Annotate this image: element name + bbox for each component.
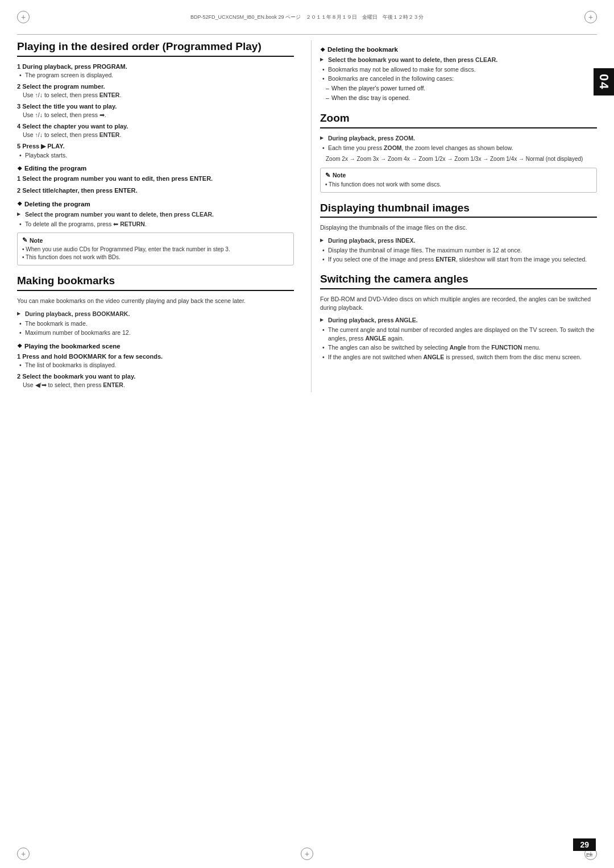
editing-step-2: 2 Select title/chapter, then press ENTER… <box>17 186 294 195</box>
making-bookmarks-intro: You can make bookmarks on the video curr… <box>17 297 294 305</box>
bookmark-step-1-detail: The list of bookmarks is displayed. <box>17 361 294 369</box>
step-2-detail: Use ↑/↓ to select, then press ENTER. <box>17 91 294 99</box>
step-1-detail: The program screen is displayed. <box>17 71 294 80</box>
displaying-thumbnail-arrow: During playback, press INDEX. <box>320 236 597 245</box>
making-bookmarks-section: Making bookmarks You can make bookmarks … <box>17 275 294 389</box>
page-number: 29 <box>573 838 596 851</box>
reg-mark-bottom-left <box>17 848 30 860</box>
programmed-play-note: Note • When you use audio CDs for Progra… <box>17 232 294 265</box>
deleting-bookmark-arrow: Select the bookmark you want to delete, … <box>320 56 597 64</box>
step-2: 2 Select the program number. Use ↑/↓ to … <box>17 82 294 99</box>
switching-camera-title: Switching the camera angles <box>320 273 597 289</box>
content-area: Playing in the desired order (Programmed… <box>0 35 614 415</box>
editing-step-1: 1 Select the program number you want to … <box>17 175 294 183</box>
bottom-bar <box>0 840 614 868</box>
step-3-detail: Use ↑/↓ to select, then press ➡. <box>17 111 294 119</box>
editing-program-title: Editing the program <box>17 165 294 172</box>
zoom-section: Zoom During playback, press ZOOM. Each t… <box>320 112 597 192</box>
deleting-program-title: Deleting the program <box>17 201 294 207</box>
step-5-detail: Playback starts. <box>17 151 294 160</box>
top-bar: BDP-52FD_UCXCNSM_IB0_EN.book 29 ページ ２０１１… <box>0 0 614 34</box>
zoom-note: Note • This function does not work with … <box>320 168 597 193</box>
making-bookmarks-title: Making bookmarks <box>17 275 294 291</box>
displaying-thumbnail-intro: Displaying the thumbnails of the image f… <box>320 223 597 232</box>
programmed-play-title: Playing in the desired order (Programmed… <box>17 40 294 57</box>
switching-camera-arrow: During playback, press ANGLE. <box>320 316 597 325</box>
playing-bookmarked-title: Playing the bookmarked scene <box>17 343 294 350</box>
deleting-program-bullet: To delete all the programs, press ⬅ RETU… <box>17 220 294 229</box>
displaying-thumbnail-section: Displaying thumbnail images Displaying t… <box>320 202 597 264</box>
zoom-arrow: During playback, press ZOOM. <box>320 134 597 143</box>
reg-mark-top-left <box>17 11 30 23</box>
bookmark-step-1: 1 Press and hold BOOKMARK for a few seco… <box>17 352 294 369</box>
step-1: 1 During playback, press PROGRAM. The pr… <box>17 63 294 80</box>
bookmark-step-2: 2 Select the bookmark you want to play. … <box>17 372 294 389</box>
reg-mark-top-right <box>584 11 597 23</box>
during-playback-bookmark: During playback, press BOOKMARK. <box>17 310 294 318</box>
switching-camera-section: Switching the camera angles For BD-ROM a… <box>320 273 597 362</box>
zoom-title: Zoom <box>320 112 597 128</box>
deleting-program-arrow: Select the program number you want to de… <box>17 210 294 219</box>
step-5: 5 Press ▶ PLAY. Playback starts. <box>17 142 294 159</box>
step-3: 3 Select the title you want to play. Use… <box>17 102 294 119</box>
deleting-bookmark-title: Deleting the bookmark <box>320 46 597 53</box>
programmed-play-section: Playing in the desired order (Programmed… <box>17 40 294 265</box>
displaying-thumbnail-title: Displaying thumbnail images <box>320 202 597 218</box>
bookmark-step-2-detail: Use ◀/➡ to select, then press ENTER. <box>17 381 294 389</box>
page: BDP-52FD_UCXCNSM_IB0_EN.book 29 ページ ２０１１… <box>0 0 614 868</box>
left-column: Playing in the desired order (Programmed… <box>17 40 294 392</box>
switching-camera-intro: For BD-ROM and DVD-Video discs on which … <box>320 295 597 312</box>
step-4: 4 Select the chapter you want to play. U… <box>17 122 294 139</box>
lang-label: En <box>586 852 592 858</box>
reg-mark-bottom-center <box>301 848 313 860</box>
zoom-formula: Zoom 2x → Zoom 3x → Zoom 4x → Zoom 1/2x … <box>326 155 597 163</box>
right-column: Deleting the bookmark Select the bookmar… <box>311 40 597 392</box>
deleting-bookmark-section: Deleting the bookmark Select the bookmar… <box>320 46 597 102</box>
step-4-detail: Use ↑/↓ to select, then press ENTER. <box>17 131 294 139</box>
header-text: BDP-52FD_UCXCNSM_IB0_EN.book 29 ページ ２０１１… <box>190 14 424 21</box>
